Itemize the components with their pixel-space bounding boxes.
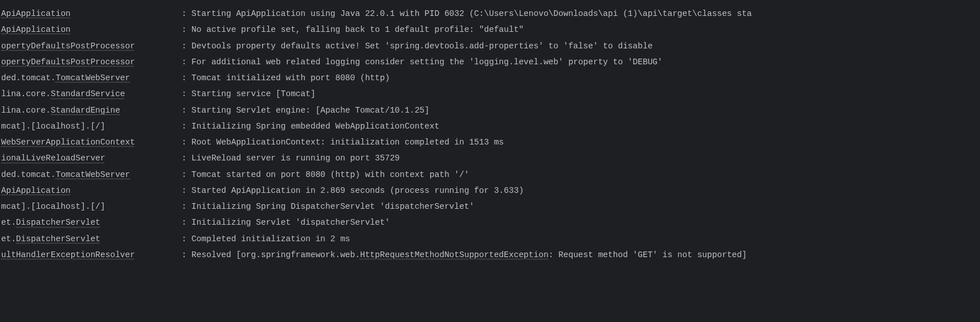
padding — [100, 234, 140, 243]
separator: : — [177, 42, 191, 51]
padding — [105, 202, 140, 211]
padding — [120, 106, 140, 115]
logger-prefix: mcat].[localhost].[/] — [1, 122, 105, 131]
padding — [130, 73, 140, 82]
separator: : — [177, 89, 191, 98]
logger-name: ded.tomcat.TomcatWebServer — [1, 70, 177, 86]
log-message: Devtools property defaults active! Set '… — [191, 42, 652, 51]
log-message: Started ApiApplication in 2.869 seconds … — [191, 186, 524, 195]
separator: : — [177, 106, 191, 115]
logger-name: et.DispatcherServlet — [1, 231, 177, 247]
log-line[interactable]: mcat].[localhost].[/] : Initializing Spr… — [1, 118, 980, 134]
logger-name: mcat].[localhost].[/] — [1, 199, 177, 214]
log-message: Tomcat initialized with port 8080 (http) — [191, 73, 390, 82]
log-message: For additional web related logging consi… — [191, 57, 663, 67]
padding — [100, 218, 140, 227]
logger-prefix: lina.core. — [1, 106, 51, 115]
padding — [71, 9, 140, 18]
console-output[interactable]: ApiApplication : Starting ApiApplication… — [0, 3, 980, 263]
log-message: Starting Servlet engine: [Apache Tomcat/… — [191, 106, 430, 115]
logger-name: ultHandlerExceptionResolver — [1, 247, 177, 263]
log-message: Starting ApiApplication using Java 22.0.… — [191, 9, 752, 18]
log-line[interactable]: opertyDefaultsPostProcessor : Devtools p… — [1, 38, 980, 54]
logger-class: DispatcherServlet — [16, 234, 100, 243]
logger-class: ApiApplication — [1, 25, 71, 34]
separator: : — [177, 218, 191, 227]
log-message: Initializing Spring embedded WebApplicat… — [191, 122, 439, 131]
logger-prefix: mcat].[localhost].[/] — [1, 202, 105, 211]
logger-name: ded.tomcat.TomcatWebServer — [1, 167, 177, 183]
logger-class: ultHandlerExceptionResolver — [1, 250, 135, 259]
log-line[interactable]: et.DispatcherServlet : Completed initial… — [1, 231, 980, 247]
padding — [71, 25, 140, 34]
logger-name: lina.core.StandardEngine — [1, 102, 177, 118]
logger-name: ApiApplication — [1, 6, 177, 22]
logger-class: TomcatWebServer — [56, 170, 130, 179]
log-line[interactable]: ApiApplication : Started ApiApplication … — [1, 183, 980, 199]
logger-class: ionalLiveReloadServer — [1, 154, 105, 163]
log-message: Root WebApplicationContext: initializati… — [191, 138, 504, 147]
separator: : — [177, 138, 191, 147]
log-line[interactable]: et.DispatcherServlet : Initializing Serv… — [1, 214, 980, 230]
log-line[interactable]: lina.core.StandardService : Starting ser… — [1, 86, 980, 102]
log-message: Initializing Servlet 'dispatcherServlet' — [191, 218, 390, 227]
log-message: Tomcat started on port 8080 (http) with … — [191, 170, 469, 179]
logger-class: ApiApplication — [1, 186, 71, 195]
log-line[interactable]: WebServerApplicationContext : Root WebAp… — [1, 134, 980, 150]
log-message: LiveReload server is running on port 357… — [191, 154, 399, 163]
exception-class: HttpRequestMethodNotSupportedException — [360, 250, 549, 259]
separator: : — [177, 122, 191, 131]
logger-class: opertyDefaultsPostProcessor — [1, 42, 135, 51]
log-message: Initializing Spring DispatcherServlet 'd… — [191, 202, 474, 211]
logger-name: WebServerApplicationContext — [1, 134, 177, 150]
log-line[interactable]: ded.tomcat.TomcatWebServer : Tomcat init… — [1, 70, 980, 86]
logger-class: WebServerApplicationContext — [1, 138, 135, 147]
logger-name: opertyDefaultsPostProcessor — [1, 54, 177, 70]
log-line[interactable]: opertyDefaultsPostProcessor : For additi… — [1, 54, 980, 70]
logger-name: ionalLiveReloadServer — [1, 150, 177, 166]
logger-name: ApiApplication — [1, 22, 177, 38]
log-message: Starting service [Tomcat] — [191, 89, 316, 98]
log-message: Completed initialization in 2 ms — [191, 234, 350, 243]
padding — [135, 138, 140, 147]
padding — [125, 89, 140, 98]
log-line[interactable]: ded.tomcat.TomcatWebServer : Tomcat star… — [1, 167, 980, 183]
log-message: : Request method 'GET' is not supported] — [549, 250, 747, 259]
logger-class: ApiApplication — [1, 9, 71, 18]
logger-prefix: et. — [1, 218, 16, 227]
padding — [135, 57, 140, 67]
padding — [135, 250, 140, 259]
separator: : — [177, 234, 191, 243]
logger-name: ApiApplication — [1, 183, 177, 199]
separator: : — [177, 250, 191, 259]
log-line[interactable]: ultHandlerExceptionResolver : Resolved [… — [1, 247, 980, 263]
log-line[interactable]: ApiApplication : Starting ApiApplication… — [1, 6, 980, 22]
logger-class: StandardService — [51, 89, 125, 98]
logger-name: et.DispatcherServlet — [1, 214, 177, 230]
separator: : — [177, 9, 191, 18]
logger-prefix: et. — [1, 234, 16, 243]
logger-prefix: ded.tomcat. — [1, 73, 56, 82]
separator: : — [177, 73, 191, 82]
log-message: No active profile set, falling back to 1… — [191, 25, 524, 34]
separator: : — [177, 202, 191, 211]
logger-class: StandardEngine — [51, 106, 120, 115]
log-line[interactable]: mcat].[localhost].[/] : Initializing Spr… — [1, 199, 980, 214]
separator: : — [177, 57, 191, 67]
logger-prefix: ded.tomcat. — [1, 170, 56, 179]
padding — [130, 170, 140, 179]
log-line[interactable]: lina.core.StandardEngine : Starting Serv… — [1, 102, 980, 118]
logger-name: opertyDefaultsPostProcessor — [1, 38, 177, 54]
logger-name: lina.core.StandardService — [1, 86, 177, 102]
separator: : — [177, 154, 191, 163]
log-line[interactable]: ApiApplication : No active profile set, … — [1, 22, 980, 38]
logger-class: TomcatWebServer — [56, 73, 130, 82]
log-line[interactable]: ionalLiveReloadServer : LiveReload serve… — [1, 150, 980, 166]
log-message: Resolved [org.springframework.web. — [191, 250, 360, 259]
separator: : — [177, 25, 191, 34]
logger-name: mcat].[localhost].[/] — [1, 118, 177, 134]
padding — [135, 42, 140, 51]
separator: : — [177, 170, 191, 179]
separator: : — [177, 186, 191, 195]
padding — [71, 186, 140, 195]
